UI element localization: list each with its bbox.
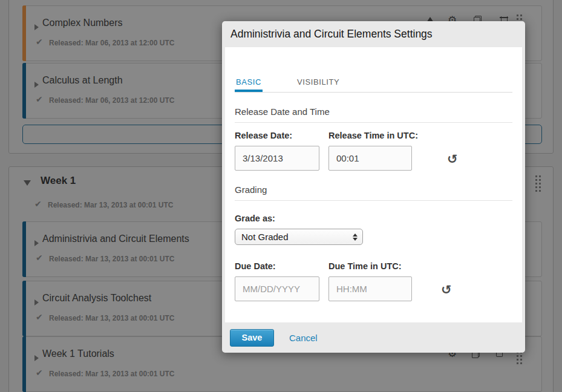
due-date-input[interactable]	[235, 276, 319, 301]
grade-as-select[interactable]: Not Graded	[235, 229, 363, 245]
modal-tabs: BASIC VISIBILITY	[235, 77, 512, 93]
due-time-label: Due Time in UTC:	[328, 261, 412, 271]
reset-due-icon[interactable]: ↺	[441, 283, 452, 296]
release-section-heading: Release Date and Time	[235, 106, 512, 123]
release-time-field: Release Time in UTC:	[328, 131, 418, 171]
release-time-label: Release Time in UTC:	[328, 131, 418, 140]
grading-section-heading: Grading	[235, 185, 512, 201]
subsection-settings-modal: Administrivia and Circuit Elements Setti…	[222, 21, 525, 353]
release-time-input[interactable]	[328, 146, 412, 171]
modal-footer: Save Cancel	[222, 322, 525, 353]
modal-title: Administrivia and Circuit Elements Setti…	[222, 21, 525, 47]
due-time-input[interactable]	[328, 276, 412, 301]
modal-body: BASIC VISIBILITY Release Date and Time R…	[225, 47, 522, 322]
grade-as-value: Not Graded	[241, 232, 353, 242]
due-date-field: Due Date:	[235, 261, 319, 301]
grade-as-label: Grade as:	[235, 214, 512, 223]
tab-basic[interactable]: BASIC	[235, 77, 263, 92]
release-date-field: Release Date:	[235, 131, 319, 171]
release-date-label: Release Date:	[235, 131, 319, 140]
cancel-link[interactable]: Cancel	[289, 333, 318, 343]
save-button[interactable]: Save	[230, 329, 274, 347]
due-time-field: Due Time in UTC:	[328, 261, 412, 301]
release-field-row: Release Date: Release Time in UTC: ↺	[235, 131, 512, 171]
reset-release-icon[interactable]: ↺	[447, 152, 458, 165]
select-arrows-icon	[353, 234, 358, 241]
due-date-label: Due Date:	[235, 261, 319, 271]
release-date-input[interactable]	[235, 146, 319, 171]
tab-visibility[interactable]: VISIBILITY	[296, 77, 341, 92]
due-field-row: Due Date: Due Time in UTC: ↺	[235, 261, 512, 301]
